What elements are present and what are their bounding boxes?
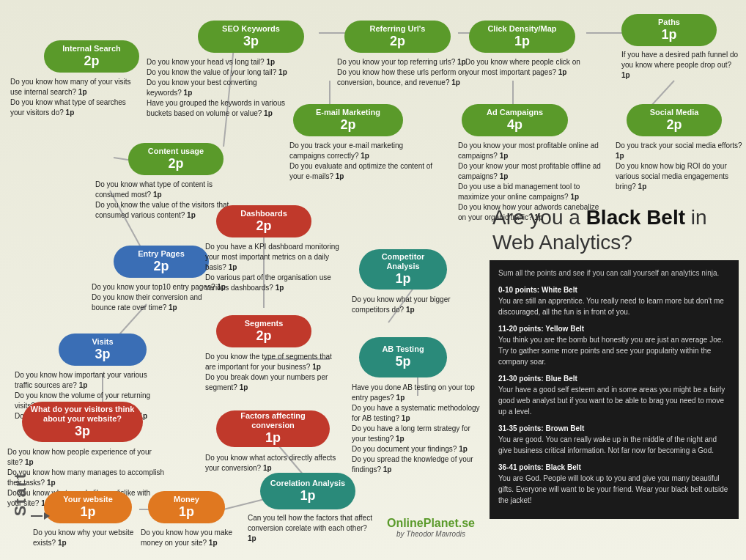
belt-yellow-title: 11-20 points: Yellow Belt [498,325,584,333]
start-arrow [31,512,50,520]
desc-click-density: Do you know where people click on your m… [465,57,594,78]
desc-your-website: Do you know why your website exists? 1p [33,528,136,548]
main-container: Internal Search 2p Do you know how many … [0,0,746,560]
node-corelation-analysis: Corelation Analysis 1p [260,473,355,509]
desc-factors-conversion: Do you know what actors directly affects… [205,453,341,474]
panel-title: Are you a Black Belt inWeb Analytics? [490,205,746,254]
node-segments: Segments 2p [216,315,311,347]
desc-internal-search: Do you know how many of your visits use … [10,77,139,118]
belt-black: 36-41 points: Black Belt You are God. Pe… [498,462,730,506]
desc-competitor-analysis: Do you know what your bigger competitors… [352,295,469,315]
node-ab-testing: AB Testing 5p [359,337,447,377]
node-entry-pages: Entry Pages 2p [114,246,209,278]
node-visits: Visits 3p [59,334,147,366]
desc-seo-keywords: Do you know your head vs long tail? 1p D… [147,57,293,119]
desc-content-usage: Do you know what type of content is cons… [95,180,234,221]
node-paths: Paths 1p [621,14,717,46]
belt-black-title: 36-41 points: Black Belt [498,463,581,471]
node-social-media: Social Media 2p [627,104,722,136]
node-content-usage: Content usage 2p [128,143,224,175]
panel-body: Sum all the points and see if you can ca… [490,260,739,519]
belt-black-text: You are God. People will look up to you … [498,474,728,504]
node-email-marketing: E-mail Marketing 2p [293,104,403,136]
logo-area: OnlinePlanet.se by Theodor Mavrodis [387,517,475,538]
belt-brown-title: 31-35 points: Brown Belt [498,424,584,432]
belt-blue-text: Your have a good self esteem and in some… [498,386,725,416]
belt-white: 0-10 points: White Belt You are still an… [498,284,730,317]
desc-segments: Do you know the type of segments that ar… [205,352,341,393]
desc-social-media: Do you track your social media efforts? … [616,141,744,192]
belt-brown: 31-35 points: Brown Belt You are good. Y… [498,423,730,456]
logo-main: OnlinePlanet.se [387,517,475,530]
node-your-website: Your website 1p [44,491,132,523]
node-ad-campaigns: Ad Campaigns 4p [462,104,568,136]
belt-blue: 21-30 points: Blue Belt Your have a good… [498,373,730,417]
desc-dashboards: Do you have a KPI dashboard monitoring y… [205,242,341,293]
belt-yellow-text: You think you are the bomb but honestly … [498,336,723,366]
belt-white-text: You are still an apprentice. You really … [498,297,724,316]
node-dashboards: Dashboards 2p [216,205,311,237]
desc-paths: If you have a desired path funnel do you… [621,50,739,81]
belt-blue-title: 21-30 points: Blue Belt [498,375,577,383]
right-panel: Are you a Black Belt inWeb Analytics? Su… [490,205,746,528]
desc-ab-testing: Have you done AB testing on your top ent… [352,383,480,475]
node-factors-conversion: Factors affecting conversion 1p [216,410,330,447]
node-internal-search: Internal Search 2p [44,40,139,73]
belt-brown-text: You are good. You can really wake up in … [498,435,717,454]
node-seo-keywords: SEO Keywords 3p [198,21,304,53]
node-referring-urls: Referring Url's 2p [344,21,451,53]
node-competitor-analysis: Competitor Analysis 1p [359,249,447,290]
start-label: Start [11,472,30,516]
node-click-density: Click Density/Map 1p [469,21,575,53]
desc-email-marketing: Do you track your e-mail marketing campa… [289,141,436,182]
node-money: Money 1p [148,491,225,523]
belt-white-title: 0-10 points: White Belt [498,286,577,294]
desc-money: Do you know how you make money on your s… [141,528,243,548]
desc-corelation-analysis: Can you tell how the factors that affect… [248,513,376,544]
panel-intro: Sum all the points and see if you can ca… [498,268,730,279]
node-visitors-think: What do your visitors think about your w… [22,402,143,442]
belt-yellow: 11-20 points: Yellow Belt You think you … [498,323,730,367]
desc-referring-urls: Do you know your top referring urls? 1p … [337,57,469,88]
logo-sub: by Theodor Mavrodis [387,530,475,538]
